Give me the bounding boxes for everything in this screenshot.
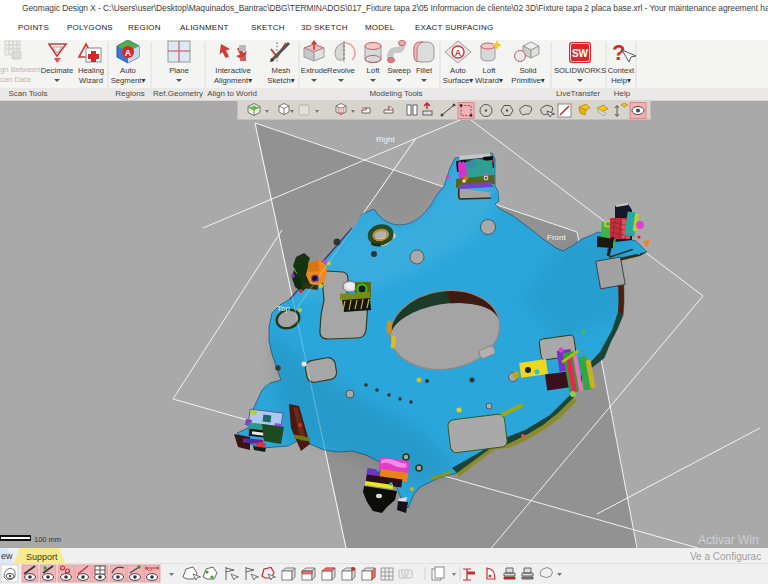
svg-text:SW: SW	[572, 48, 589, 59]
svg-text:Support: Support	[26, 552, 58, 562]
svg-text:100 mm: 100 mm	[34, 535, 61, 544]
svg-text:Right: Right	[376, 135, 395, 144]
svg-text:ew: ew	[1, 551, 13, 561]
svg-text:Top: Top	[277, 304, 290, 313]
svg-text:Ve a Configurac: Ve a Configurac	[690, 551, 761, 562]
svg-text:Front: Front	[547, 233, 566, 242]
svg-text:A: A	[125, 48, 132, 58]
svg-text:A: A	[455, 48, 462, 58]
svg-text:Activar Win: Activar Win	[698, 533, 759, 547]
